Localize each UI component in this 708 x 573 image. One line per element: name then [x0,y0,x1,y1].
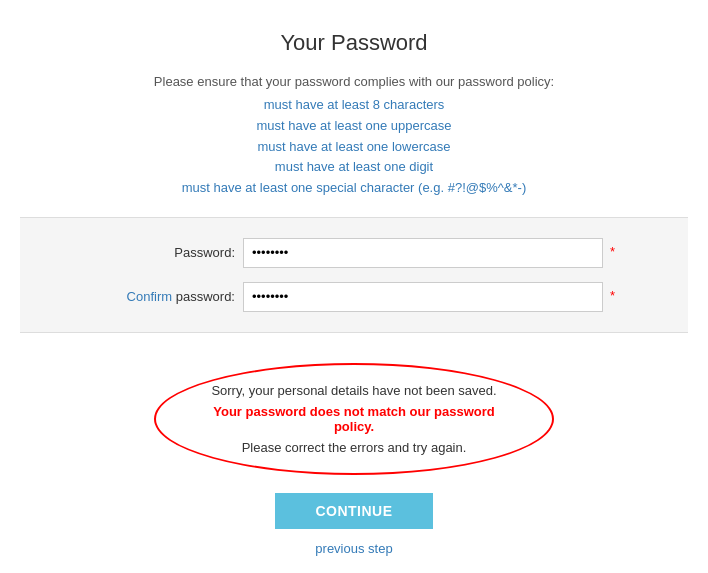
policy-item-5: must have at least one special character… [154,178,554,199]
policy-section: Please ensure that your password complie… [154,74,554,199]
continue-button[interactable]: CONTINUE [275,493,432,529]
policy-item-3: must have at least one lowercase [154,137,554,158]
previous-step-link[interactable]: previous step [315,541,392,556]
error-line1: Sorry, your personal details have not be… [196,383,512,398]
page-title: Your Password [280,30,427,56]
page-container: Your Password Please ensure that your pa… [0,0,708,573]
form-section: Password: * Confirm password: * [20,217,688,333]
policy-intro: Please ensure that your password complie… [154,74,554,89]
error-line2: Your password does not match our passwor… [196,404,512,434]
confirm-password-input[interactable] [243,282,603,312]
password-input[interactable] [243,238,603,268]
confirm-label-prefix: Confirm [127,289,173,304]
password-input-wrapper: * [243,238,603,268]
password-row: Password: * [20,238,688,268]
policy-item-4: must have at least one digit [154,157,554,178]
error-line3: Please correct the errors and try again. [196,440,512,455]
confirm-password-label: Confirm password: [105,289,235,304]
confirm-required-star: * [610,288,615,303]
error-box-wrapper: Sorry, your personal details have not be… [154,363,554,475]
confirm-password-row: Confirm password: * [20,282,688,312]
confirm-label-suffix: password: [172,289,235,304]
error-box: Sorry, your personal details have not be… [154,363,554,475]
policy-item-1: must have at least 8 characters [154,95,554,116]
password-required-star: * [610,244,615,259]
confirm-password-input-wrapper: * [243,282,603,312]
policy-item-2: must have at least one uppercase [154,116,554,137]
policy-list: must have at least 8 characters must hav… [154,95,554,199]
password-label: Password: [105,245,235,260]
